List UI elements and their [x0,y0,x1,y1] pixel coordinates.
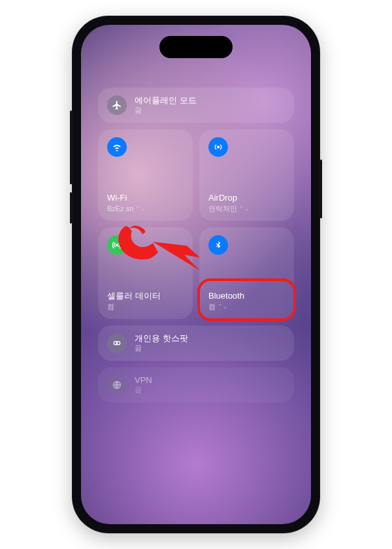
svg-point-1 [116,244,118,246]
svg-point-0 [218,146,220,148]
hotspot-tile[interactable]: 개인용 핫스팟 끔 [98,325,294,361]
phone-frame: 에어플레인 모드 끔 Wi-Fi BzEz sn⌃⌄ [72,16,320,533]
dynamic-island [159,36,233,58]
wifi-tile[interactable]: Wi-Fi BzEz sn⌃⌄ [98,129,193,221]
hotspot-icon [107,333,127,353]
airplane-label: 에어플레인 모드 [135,96,197,106]
vpn-icon [107,375,127,395]
airplane-status: 끔 [135,106,197,114]
airdrop-tile[interactable]: AirDrop 연락처만⌃⌄ [199,129,294,221]
airdrop-icon [208,137,228,157]
screen: 에어플레인 모드 끔 Wi-Fi BzEz sn⌃⌄ [81,25,311,524]
bluetooth-label: Bluetooth [208,291,285,301]
airplane-icon [107,95,127,115]
cellular-label: 셀룰러 데이터 [107,291,184,301]
hotspot-label: 개인용 핫스팟 [135,334,188,344]
vpn-status: 끔 [135,386,152,394]
hotspot-status: 끔 [135,344,188,352]
bluetooth-icon [208,235,228,255]
cellular-icon [107,235,127,255]
bluetooth-status: 켬⌃⌄ [208,303,285,311]
bluetooth-tile[interactable]: Bluetooth 켬⌃⌄ [199,227,294,319]
wifi-icon [107,137,127,157]
wifi-status: BzEz sn⌃⌄ [107,205,184,213]
wifi-label: Wi-Fi [107,193,184,203]
airplane-mode-tile[interactable]: 에어플레인 모드 끔 [98,88,294,123]
airdrop-status: 연락처만⌃⌄ [208,205,285,213]
control-center: 에어플레인 모드 끔 Wi-Fi BzEz sn⌃⌄ [98,88,294,403]
cellular-status: 켬 [107,303,184,311]
cellular-tile[interactable]: 셀룰러 데이터 켬 [98,227,193,319]
vpn-label: VPN [135,376,152,386]
airdrop-label: AirDrop [208,193,285,203]
vpn-tile[interactable]: VPN 끔 [98,367,294,403]
